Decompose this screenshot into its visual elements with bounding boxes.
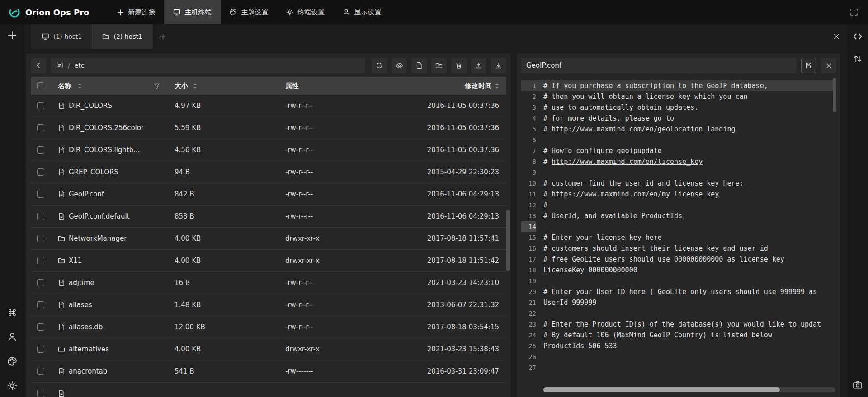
- filter-icon[interactable]: [153, 83, 160, 89]
- tab-host1-files[interactable]: (2) host1: [92, 24, 152, 49]
- breadcrumb-current[interactable]: etc: [75, 62, 85, 69]
- line-text: #: [536, 200, 547, 210]
- code-line: 16 # customers should insert their licen…: [521, 243, 836, 254]
- nav-new-connection[interactable]: 新建连接: [108, 0, 164, 24]
- table-row[interactable]: adjtime 16 B -rw-r--r-- 2021-03-23 14:23…: [31, 272, 506, 294]
- rail-add-button[interactable]: [8, 31, 17, 40]
- hscroll-thumb[interactable]: [543, 387, 780, 392]
- row-checkbox[interactable]: [37, 235, 44, 242]
- delete-button[interactable]: [451, 58, 467, 73]
- table-row[interactable]: GREP_COLORS 94 B -rw-r--r-- 2015-04-29 2…: [31, 161, 506, 183]
- table-row[interactable]: NetworkManager 4.00 KB drwxr-xr-x 2017-0…: [31, 228, 506, 250]
- swap-icon[interactable]: [853, 54, 862, 63]
- nav-terminal-settings[interactable]: 终端设置: [277, 0, 334, 24]
- new-file-button[interactable]: [411, 58, 427, 73]
- line-number: 24: [521, 330, 536, 341]
- row-checkbox[interactable]: [37, 368, 44, 375]
- back-button[interactable]: [31, 58, 46, 73]
- row-checkbox[interactable]: [37, 168, 44, 176]
- table-row[interactable]: DIR_COLORS.256color 5.59 KB -rw-r--r-- 2…: [31, 117, 506, 139]
- row-checkbox[interactable]: [37, 323, 44, 331]
- camera-icon[interactable]: [853, 380, 863, 390]
- row-checkbox[interactable]: [37, 213, 44, 220]
- code-lines: 1 # If you purchase a subscription to th…: [521, 80, 836, 373]
- new-tab-button[interactable]: [153, 24, 174, 49]
- nav-display-settings[interactable]: 显示设置: [334, 0, 390, 24]
- row-checkbox[interactable]: [37, 191, 44, 198]
- line-number: 1: [521, 80, 536, 91]
- file-name: NetworkManager: [69, 234, 127, 243]
- palette-icon[interactable]: [7, 356, 17, 366]
- select-all-checkbox[interactable]: [37, 82, 44, 89]
- home-icon: [56, 62, 63, 69]
- tabbar-close-icon[interactable]: [833, 33, 840, 40]
- code-line: 22: [521, 308, 836, 319]
- column-header-attr: 属性: [285, 82, 299, 90]
- table-row[interactable]: [31, 383, 506, 397]
- table-row[interactable]: anacrontab 541 B -rw------- 2016-03-31 2…: [31, 360, 506, 383]
- download-button[interactable]: [491, 58, 506, 73]
- table-row[interactable]: X11 4.00 KB drwxr-xr-x 2017-08-18 11:51:…: [31, 250, 506, 272]
- column-header-size[interactable]: 大小: [175, 82, 188, 90]
- tab-host1-terminal[interactable]: (1) host1: [32, 24, 92, 49]
- line-text: # use to automatically obtain updates.: [536, 102, 698, 113]
- file-size: 1.48 KB: [167, 301, 278, 309]
- fullscreen-button[interactable]: [850, 8, 858, 16]
- line-text: # Enter your license key here: [536, 232, 662, 243]
- upload-button[interactable]: [471, 58, 486, 73]
- column-header-mtime[interactable]: 修改时间: [465, 82, 492, 90]
- nav-label: 主机终端: [184, 8, 212, 17]
- file-list-scrollbar[interactable]: [506, 210, 510, 271]
- code-icon[interactable]: [853, 32, 863, 42]
- table-row[interactable]: GeoIP.conf 842 B -rw-r--r-- 2016-11-06 0…: [31, 183, 506, 206]
- code-line: 3 # use to automatically obtain updates.: [521, 102, 836, 113]
- preview-button[interactable]: [392, 58, 407, 73]
- file-table-body: DIR_COLORS 4.97 KB -rw-r--r-- 2016-11-05…: [31, 95, 506, 397]
- new-folder-button[interactable]: [431, 58, 447, 73]
- editor-vscrollbar[interactable]: [833, 78, 836, 112]
- breadcrumb[interactable]: / etc: [51, 58, 365, 73]
- row-checkbox[interactable]: [37, 102, 44, 109]
- table-row[interactable]: GeoIP.conf.default 858 B -rw-r--r-- 2016…: [31, 206, 506, 228]
- nav-theme-settings[interactable]: 主题设置: [221, 0, 277, 24]
- gear-icon[interactable]: [7, 381, 17, 391]
- refresh-button[interactable]: [372, 58, 387, 73]
- table-row[interactable]: alternatives 4.00 KB drwxr-xr-x 2021-03-…: [31, 338, 506, 360]
- row-checkbox[interactable]: [37, 146, 44, 154]
- command-icon[interactable]: [7, 308, 17, 318]
- editor-hscrollbar[interactable]: [543, 387, 835, 392]
- row-checkbox[interactable]: [37, 279, 44, 286]
- line-number: 22: [521, 308, 536, 319]
- save-button[interactable]: [801, 58, 816, 73]
- editor-close-button[interactable]: [821, 58, 836, 73]
- row-checkbox[interactable]: [37, 124, 44, 131]
- row-checkbox[interactable]: [37, 257, 44, 264]
- code-editor[interactable]: 1 # If you purchase a subscription to th…: [521, 77, 836, 397]
- table-row[interactable]: DIR_COLORS 4.97 KB -rw-r--r-- 2016-11-05…: [31, 95, 506, 117]
- file-mtime: 2016-11-06 04:29:13: [427, 212, 506, 220]
- file-mtime: 2021-03-23 15:38:43: [427, 345, 506, 353]
- row-checkbox[interactable]: [37, 346, 44, 353]
- file-icon: [58, 301, 65, 308]
- code-line: 19: [521, 276, 836, 286]
- row-checkbox[interactable]: [37, 390, 44, 397]
- nav-host-terminal[interactable]: 主机终端: [164, 0, 221, 24]
- sort-icon[interactable]: [193, 83, 197, 89]
- row-checkbox[interactable]: [37, 301, 44, 308]
- file-icon: [58, 390, 65, 397]
- table-row[interactable]: DIR_COLORS.lightb... 4.56 KB -rw-r--r-- …: [31, 139, 506, 161]
- users-icon[interactable]: [7, 332, 17, 342]
- line-number: 14: [521, 221, 536, 232]
- sort-icon[interactable]: [78, 83, 82, 89]
- table-row[interactable]: aliases.db 12.00 KB -rw-r--r-- 2017-08-1…: [31, 316, 506, 338]
- sort-icon[interactable]: [495, 83, 499, 89]
- code-line: 24 # By default 106 (MaxMind GeoIP Count…: [521, 330, 836, 341]
- file-mtime: 2017-08-18 11:57:41: [427, 234, 506, 243]
- editor-header: GeoIP.conf: [521, 58, 836, 73]
- line-text: # http://www.maxmind.com/en/geolocation_…: [536, 124, 735, 135]
- file-mtime: 2017-08-18 11:51:42: [427, 257, 506, 265]
- file-attr: drwxr-xr-x: [278, 345, 427, 353]
- table-row[interactable]: aliases 1.48 KB -rw-r--r-- 2013-06-07 22…: [31, 294, 506, 316]
- column-header-name[interactable]: 名称: [58, 82, 71, 90]
- nav-label: 主题设置: [241, 8, 268, 17]
